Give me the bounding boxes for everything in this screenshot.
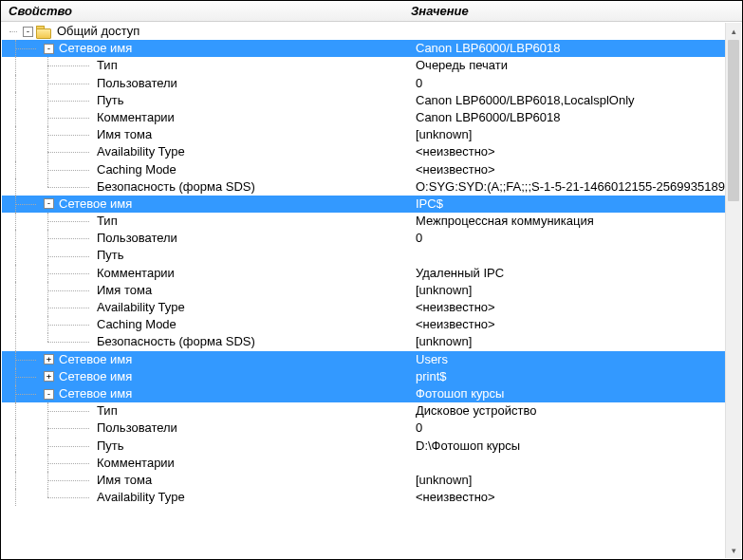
share-name-value: Users xyxy=(412,351,725,368)
tree-content: - Общий доступ - Сетевое имя Canon LBP60… xyxy=(2,23,725,558)
expand-minus-icon[interactable]: - xyxy=(44,44,54,54)
property-label: Путь xyxy=(95,438,124,455)
property-row[interactable]: ПутьD:\Фотошоп курсы xyxy=(2,438,725,455)
tree-root-row[interactable]: - Общий доступ xyxy=(2,23,725,40)
property-value: D:\Фотошоп курсы xyxy=(412,438,725,455)
share-row[interactable]: - Сетевое имя Canon LBP6000/LBP6018 xyxy=(2,40,725,57)
share-name-label: Сетевое имя xyxy=(57,40,132,57)
property-label: Тип xyxy=(95,213,118,230)
property-value: [unknown] xyxy=(412,333,725,350)
property-label: Пользователи xyxy=(95,230,177,247)
vertical-scrollbar[interactable]: ▴ ▾ xyxy=(725,23,741,558)
property-label: Пользователи xyxy=(95,420,177,437)
property-value: Canon LBP6000/LBP6018 xyxy=(412,109,725,126)
property-row[interactable]: Имя тома[unknown] xyxy=(2,126,725,143)
property-row[interactable]: ТипОчередь печати xyxy=(2,57,725,74)
scroll-thumb[interactable] xyxy=(728,40,739,201)
property-value: <неизвестно> xyxy=(412,489,725,506)
share-row[interactable]: - Сетевое имя IPC$ xyxy=(2,196,725,213)
property-label: Имя тома xyxy=(95,472,152,489)
scroll-up-icon[interactable]: ▴ xyxy=(726,23,741,39)
share-name-value: Canon LBP6000/LBP6018 xyxy=(412,40,725,57)
property-row[interactable]: Имя тома[unknown] xyxy=(2,282,725,299)
property-label: Availability Type xyxy=(95,489,185,506)
expand-minus-icon[interactable]: - xyxy=(44,389,54,400)
property-value: Дисковое устройство xyxy=(412,402,725,420)
property-label: Тип xyxy=(95,57,118,74)
expand-minus-icon[interactable]: - xyxy=(44,198,54,209)
property-row[interactable]: Имя тома[unknown] xyxy=(2,472,725,489)
header-value: Значение xyxy=(411,4,742,18)
property-label: Комментарии xyxy=(95,455,175,472)
property-row[interactable]: КомментарииУдаленный IPC xyxy=(2,265,725,282)
property-value: O:SYG:SYD:(A;;FA;;;S-1-5-21-1466012155-2… xyxy=(412,178,725,196)
property-value: [unknown] xyxy=(412,282,725,299)
share-name-value: IPC$ xyxy=(412,196,725,213)
folder-icon xyxy=(36,26,51,38)
property-value: 0 xyxy=(412,420,725,437)
share-name-value: Фотошоп курсы xyxy=(412,385,725,402)
root-value xyxy=(412,23,725,40)
share-name-label: Сетевое имя xyxy=(57,385,132,402)
property-row[interactable]: Caching Mode<неизвестно> xyxy=(2,161,725,178)
property-row[interactable]: ПутьCanon LBP6000/LBP6018,LocalsplOnly xyxy=(2,92,725,109)
property-value: <неизвестно> xyxy=(412,299,725,316)
property-row[interactable]: Путь xyxy=(2,247,725,264)
expand-plus-icon[interactable]: + xyxy=(44,354,54,364)
property-row[interactable]: Caching Mode<неизвестно> xyxy=(2,316,725,333)
property-row[interactable]: Availability Type<неизвестно> xyxy=(2,489,725,506)
property-label: Имя тома xyxy=(95,126,152,143)
root-label: Общий доступ xyxy=(55,23,139,40)
property-value: Межпроцессная коммуникация xyxy=(412,213,725,230)
property-value: [unknown] xyxy=(412,126,725,143)
property-label: Комментарии xyxy=(95,265,175,282)
expand-plus-icon[interactable]: + xyxy=(44,371,54,382)
property-value: 0 xyxy=(412,230,725,247)
property-label: Availability Type xyxy=(95,143,185,160)
property-row[interactable]: КомментарииCanon LBP6000/LBP6018 xyxy=(2,109,725,126)
property-value: 0 xyxy=(412,75,725,92)
scroll-down-icon[interactable]: ▾ xyxy=(726,542,741,558)
property-value: <неизвестно> xyxy=(412,143,725,160)
property-row[interactable]: ТипДисковое устройство xyxy=(2,402,725,420)
share-name-label: Сетевое имя xyxy=(57,368,132,385)
property-label: Комментарии xyxy=(95,109,175,126)
property-row[interactable]: Пользователи0 xyxy=(2,420,725,437)
property-label: Availability Type xyxy=(95,299,185,316)
share-name-label: Сетевое имя xyxy=(57,351,132,368)
expand-minus-icon[interactable]: - xyxy=(23,27,33,37)
share-name-value: print$ xyxy=(412,368,725,385)
property-label: Безопасность (форма SDS) xyxy=(95,178,255,196)
property-row[interactable]: Безопасность (форма SDS)O:SYG:SYD:(A;;FA… xyxy=(2,178,725,196)
property-row[interactable]: Пользователи0 xyxy=(2,230,725,247)
share-row[interactable]: + Сетевое имя Users xyxy=(2,351,725,368)
property-row[interactable]: Комментарии xyxy=(2,455,725,472)
property-value: Canon LBP6000/LBP6018,LocalsplOnly xyxy=(412,92,725,109)
property-row[interactable]: Availability Type<неизвестно> xyxy=(2,299,725,316)
header-property: Свойство xyxy=(9,4,411,18)
property-row[interactable]: Пользователи0 xyxy=(2,75,725,92)
property-label: Путь xyxy=(95,247,124,264)
property-label: Пользователи xyxy=(95,75,177,92)
share-row[interactable]: - Сетевое имя Фотошоп курсы xyxy=(2,385,725,402)
property-value: [unknown] xyxy=(412,472,725,489)
property-label: Caching Mode xyxy=(95,161,176,178)
property-label: Имя тома xyxy=(95,282,152,299)
property-label: Безопасность (форма SDS) xyxy=(95,333,255,350)
property-label: Тип xyxy=(95,402,118,420)
share-name-label: Сетевое имя xyxy=(57,196,132,213)
property-value: <неизвестно> xyxy=(412,316,725,333)
property-row[interactable]: Availability Type<неизвестно> xyxy=(2,143,725,160)
share-row[interactable]: + Сетевое имя print$ xyxy=(2,368,725,385)
table-header: Свойство Значение xyxy=(1,1,742,22)
property-row[interactable]: ТипМежпроцессная коммуникация xyxy=(2,213,725,230)
property-value: Удаленный IPC xyxy=(412,265,725,282)
property-value: Очередь печати xyxy=(412,57,725,74)
property-label: Путь xyxy=(95,92,124,109)
property-row[interactable]: Безопасность (форма SDS)[unknown] xyxy=(2,333,725,350)
property-value xyxy=(412,455,725,472)
property-value: <неизвестно> xyxy=(412,161,725,178)
property-label: Caching Mode xyxy=(95,316,176,333)
property-value xyxy=(412,247,725,264)
